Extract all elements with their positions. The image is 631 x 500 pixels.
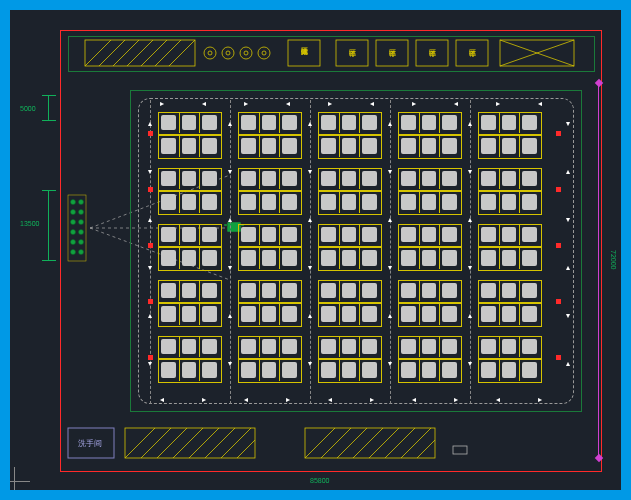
svg-line-34 <box>305 428 335 458</box>
stall-divider <box>359 280 360 301</box>
car-icon <box>442 250 457 265</box>
stall-divider <box>359 359 360 380</box>
car-icon <box>262 306 277 321</box>
cad-canvas[interactable]: 5000 13500 72000 85800 <box>10 10 621 490</box>
car-icon <box>481 306 496 321</box>
stall-divider <box>499 135 500 156</box>
car-icon <box>502 227 517 242</box>
car-icon <box>202 339 217 354</box>
svg-point-57 <box>79 240 84 245</box>
flow-arrow-icon: ▴ <box>228 120 232 128</box>
svg-line-36 <box>337 428 367 458</box>
stall-divider <box>179 135 180 156</box>
stall-divider <box>199 359 200 380</box>
flow-arrow-icon: ▾ <box>228 168 232 176</box>
stall-divider <box>279 168 280 189</box>
car-icon <box>282 306 297 321</box>
stall-divider <box>199 303 200 324</box>
car-icon <box>481 171 496 186</box>
svg-line-29 <box>189 428 219 458</box>
svg-rect-18 <box>376 40 408 66</box>
car-icon <box>161 283 176 298</box>
svg-line-7 <box>169 40 195 66</box>
stall-divider <box>199 336 200 357</box>
car-icon <box>401 339 416 354</box>
car-icon <box>442 283 457 298</box>
car-icon <box>422 250 437 265</box>
car-icon <box>241 339 256 354</box>
flow-arrow-icon: ▴ <box>228 216 232 224</box>
svg-line-4 <box>127 40 153 66</box>
flow-arrow-icon: ▾ <box>566 312 570 320</box>
car-icon <box>241 362 256 377</box>
car-icon <box>202 194 217 209</box>
stall-divider <box>279 112 280 133</box>
car-icon <box>262 227 277 242</box>
flow-arrow-icon: ▾ <box>388 360 392 368</box>
car-icon <box>442 306 457 321</box>
flow-arrow-icon: ▸ <box>454 396 458 404</box>
stall-divider <box>359 168 360 189</box>
stall-divider <box>279 303 280 324</box>
car-icon <box>362 194 377 209</box>
stall-divider <box>439 224 440 245</box>
car-icon <box>182 194 197 209</box>
car-icon <box>241 306 256 321</box>
car-icon <box>321 138 336 153</box>
car-icon <box>262 362 277 377</box>
stall-divider <box>339 359 340 380</box>
svg-point-56 <box>71 240 76 245</box>
car-icon <box>342 306 357 321</box>
car-icon <box>161 306 176 321</box>
svg-line-25 <box>125 428 155 458</box>
car-icon <box>262 194 277 209</box>
stall-divider <box>439 280 440 301</box>
flow-arrow-icon: ◂ <box>244 396 248 404</box>
stall-divider <box>419 336 420 357</box>
stop-mark <box>556 299 561 304</box>
car-icon <box>282 194 297 209</box>
stall-divider <box>519 247 520 268</box>
car-icon <box>502 362 517 377</box>
car-icon <box>161 194 176 209</box>
svg-line-1 <box>85 40 111 66</box>
svg-line-27 <box>157 428 187 458</box>
car-icon <box>321 115 336 130</box>
svg-line-3 <box>113 40 139 66</box>
car-icon <box>401 362 416 377</box>
flow-arrow-icon: ▴ <box>468 216 472 224</box>
stall-divider <box>499 112 500 133</box>
car-icon <box>282 339 297 354</box>
car-icon <box>422 306 437 321</box>
stall-divider <box>179 280 180 301</box>
stall-divider <box>199 191 200 212</box>
stall-divider <box>519 303 520 324</box>
svg-point-13 <box>244 51 248 55</box>
car-icon <box>241 250 256 265</box>
car-icon <box>481 227 496 242</box>
svg-line-35 <box>321 428 351 458</box>
flow-arrow-icon: ▸ <box>412 100 416 108</box>
stall-divider <box>339 247 340 268</box>
stall-divider <box>499 191 500 212</box>
car-icon <box>161 362 176 377</box>
stall-divider <box>199 112 200 133</box>
stall-divider <box>199 135 200 156</box>
stall-divider <box>339 168 340 189</box>
car-icon <box>481 138 496 153</box>
flow-arrow-icon: ◂ <box>412 396 416 404</box>
car-icon <box>202 306 217 321</box>
stall-divider <box>439 359 440 380</box>
stall-divider <box>519 135 520 156</box>
car-icon <box>161 138 176 153</box>
car-icon <box>342 115 357 130</box>
flow-arrow-icon: ▴ <box>468 312 472 320</box>
svg-line-5 <box>141 40 167 66</box>
car-icon <box>241 171 256 186</box>
car-icon <box>321 283 336 298</box>
car-icon <box>502 171 517 186</box>
stall-divider <box>339 303 340 324</box>
car-icon <box>202 171 217 186</box>
stop-mark <box>148 243 153 248</box>
svg-point-53 <box>79 220 84 225</box>
